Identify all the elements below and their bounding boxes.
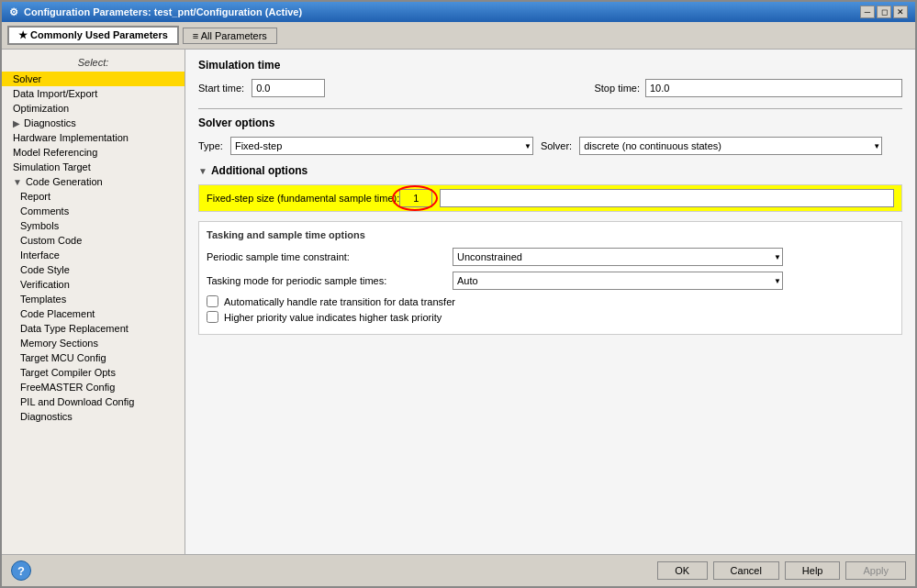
bottom-left: ? — [11, 560, 31, 581]
type-row: Type: Fixed-step Variable-step ▼ Solver:… — [198, 137, 902, 155]
all-params-button[interactable]: ≡ All Parameters — [183, 28, 277, 44]
sidebar-item-simulation-target[interactable]: Simulation Target — [2, 160, 185, 174]
close-button[interactable]: ✕ — [893, 6, 908, 18]
type-select-wrapper: Fixed-step Variable-step ▼ — [230, 137, 533, 155]
additional-options-header[interactable]: ▼ Additional options — [198, 164, 902, 177]
higher-priority-label: Higher priority value indicates higher t… — [224, 312, 442, 323]
help-icon-circle[interactable]: ? — [11, 560, 31, 581]
title-bar-left: ⚙ Configuration Parameters: test_pnt/Con… — [9, 6, 302, 18]
sidebar-item-hardware-impl[interactable]: Hardware Implementation — [2, 130, 185, 145]
sidebar-item-diagnostics2[interactable]: Diagnostics — [2, 409, 185, 424]
fixed-step-row: Fixed-step size (fundamental sample time… — [198, 184, 902, 212]
sidebar-item-code-placement[interactable]: Code Placement — [2, 306, 185, 321]
tasking-mode-label: Tasking mode for periodic sample times: — [207, 275, 445, 286]
stop-time-right: Stop time: — [594, 79, 902, 97]
start-time-input[interactable] — [252, 79, 325, 97]
higher-priority-row: Higher priority value indicates higher t… — [207, 311, 894, 323]
auto-rate-checkbox[interactable] — [207, 295, 218, 307]
sidebar-item-target-compiler-opts[interactable]: Target Compiler Opts — [2, 365, 185, 380]
tasking-mode-select[interactable]: Auto SingleTasking MultiTasking — [453, 272, 783, 290]
sidebar-item-code-style[interactable]: Code Style — [2, 262, 185, 277]
sidebar-item-templates[interactable]: Templates — [2, 292, 185, 306]
sidebar-item-model-referencing[interactable]: Model Referencing — [2, 145, 185, 160]
fixed-step-input[interactable] — [399, 189, 432, 207]
sidebar-item-memory-sections[interactable]: Memory Sections — [2, 336, 185, 350]
title-bar: ⚙ Configuration Parameters: test_pnt/Con… — [2, 2, 915, 22]
sidebar-item-report[interactable]: Report — [2, 189, 185, 204]
arrow-down-icon: ▼ — [13, 177, 22, 187]
tasking-mode-row: Tasking mode for periodic sample times: … — [207, 272, 894, 290]
solver-select[interactable]: discrete (no continuous states) ode45 od… — [579, 137, 882, 155]
solver-select-wrapper: discrete (no continuous states) ode45 od… — [579, 137, 882, 155]
solver-label: Solver: — [541, 140, 572, 151]
sidebar-item-verification[interactable]: Verification — [2, 277, 185, 292]
bottom-buttons: OK Cancel Help Apply — [657, 561, 906, 580]
periodic-select[interactable]: Unconstrained Specified — [453, 248, 783, 266]
sidebar-item-code-generation[interactable]: ▼Code Generation — [2, 174, 185, 189]
tasking-mode-select-wrapper: Auto SingleTasking MultiTasking ▼ — [453, 272, 783, 290]
periodic-select-wrapper: Unconstrained Specified ▼ — [453, 248, 783, 266]
content-area: Select: Solver Data Import/Export Optimi… — [2, 50, 915, 554]
type-label: Type: — [198, 140, 223, 151]
sidebar-item-solver[interactable]: Solver — [2, 72, 185, 86]
ok-button[interactable]: OK — [657, 561, 708, 580]
start-time-label: Start time: — [198, 83, 244, 94]
solver-options-title: Solver options — [198, 116, 902, 129]
solver-options-section: Solver options Type: Fixed-step Variable… — [198, 108, 902, 155]
main-window: ⚙ Configuration Parameters: test_pnt/Con… — [0, 0, 917, 588]
fixed-step-input-wrapper — [399, 189, 432, 207]
toolbar: ★ Commonly Used Parameters ≡ All Paramet… — [2, 22, 915, 50]
tasking-section: Tasking and sample time options Periodic… — [198, 221, 902, 335]
auto-rate-row: Automatically handle rate transition for… — [207, 295, 894, 307]
type-select[interactable]: Fixed-step Variable-step — [230, 137, 533, 155]
fixed-step-label: Fixed-step size (fundamental sample time… — [207, 193, 399, 204]
tasking-title: Tasking and sample time options — [207, 229, 894, 240]
sidebar-item-optimization[interactable]: Optimization — [2, 101, 185, 116]
simulation-time-row: Start time: Stop time: — [198, 79, 902, 97]
sidebar-item-data-type-replacement[interactable]: Data Type Replacement — [2, 321, 185, 336]
sidebar-item-freemaster-config[interactable]: FreeMASTER Config — [2, 380, 185, 394]
stop-time-label: Stop time: — [594, 83, 640, 94]
stop-time-input[interactable] — [645, 79, 902, 97]
sidebar-item-custom-code[interactable]: Custom Code — [2, 233, 185, 248]
sidebar-item-comments[interactable]: Comments — [2, 204, 185, 218]
commonly-used-button[interactable]: ★ Commonly Used Parameters — [7, 26, 179, 45]
title-bar-controls: ─ ◻ ✕ — [860, 6, 908, 18]
restore-button[interactable]: ◻ — [877, 6, 891, 18]
commonly-used-label: ★ Commonly Used Parameters — [18, 29, 168, 41]
fixed-step-extra-input[interactable] — [440, 189, 894, 207]
sidebar-item-target-mcu-config[interactable]: Target MCU Config — [2, 350, 185, 365]
arrow-icon: ▶ — [13, 118, 20, 128]
sidebar: Select: Solver Data Import/Export Optimi… — [2, 50, 185, 554]
sidebar-item-data-import-export[interactable]: Data Import/Export — [2, 86, 185, 101]
higher-priority-checkbox[interactable] — [207, 311, 218, 323]
collapse-arrow-icon: ▼ — [198, 166, 207, 176]
main-panel: Simulation time Start time: Stop time: S… — [185, 50, 915, 554]
apply-button[interactable]: Apply — [845, 561, 906, 580]
sidebar-item-pil-download-config[interactable]: PIL and Download Config — [2, 394, 185, 409]
cancel-button[interactable]: Cancel — [713, 561, 779, 580]
periodic-label: Periodic sample time constraint: — [207, 251, 445, 262]
sidebar-item-interface[interactable]: Interface — [2, 248, 185, 262]
minimize-button[interactable]: ─ — [860, 6, 875, 18]
bottom-bar: ? OK Cancel Help Apply — [2, 554, 915, 586]
additional-options-title: Additional options — [211, 164, 308, 177]
sidebar-item-diagnostics[interactable]: ▶Diagnostics — [2, 116, 185, 130]
periodic-row: Periodic sample time constraint: Unconst… — [207, 248, 894, 266]
help-button[interactable]: Help — [785, 561, 841, 580]
sidebar-select-label: Select: — [2, 53, 185, 72]
all-params-label: ≡ All Parameters — [193, 30, 267, 41]
auto-rate-label: Automatically handle rate transition for… — [224, 296, 455, 307]
simulation-time-title: Simulation time — [198, 59, 902, 72]
window-title: Configuration Parameters: test_pnt/Confi… — [24, 6, 302, 17]
app-icon: ⚙ — [9, 6, 18, 18]
sidebar-item-symbols[interactable]: Symbols — [2, 218, 185, 233]
